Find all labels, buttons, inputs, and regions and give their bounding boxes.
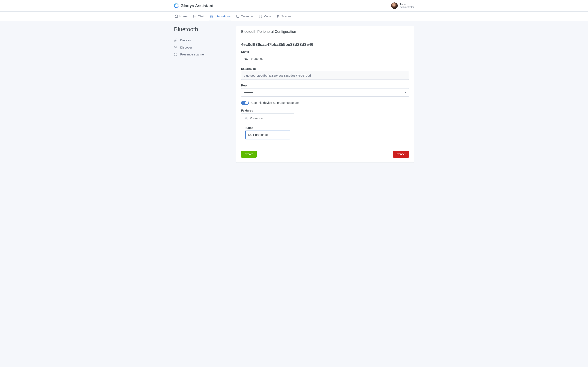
svg-rect-1 — [212, 15, 213, 16]
nav-scenes-label: Scenes — [281, 15, 292, 18]
page-title: Bluetooth — [174, 26, 231, 33]
presence-toggle-label: Use this device as presence sensor — [251, 101, 300, 104]
presence-toggle[interactable] — [241, 101, 249, 105]
feature-card: Presence Name — [241, 113, 294, 144]
card-title: Bluetooth Peripheral Configuration — [236, 26, 414, 37]
nav-chat-label: Chat — [198, 15, 204, 18]
user-role: Administrator — [399, 6, 414, 8]
nav-home-label: Home — [179, 15, 187, 18]
external-id-input — [241, 72, 409, 80]
main-nav: Home Chat Integrations Calendar Maps Sce… — [0, 12, 588, 21]
svg-marker-11 — [277, 15, 279, 17]
chat-icon — [193, 15, 196, 18]
sidebar-item-presence-scanner[interactable]: Presence scanner — [174, 51, 231, 58]
main-content: Bluetooth Devices Discover Presence scan… — [0, 21, 588, 167]
svg-point-13 — [175, 54, 176, 55]
user-name: Tony — [399, 3, 414, 6]
avatar — [391, 2, 398, 9]
features-label: Features — [241, 109, 409, 112]
nav-maps-label: Maps — [264, 15, 271, 18]
link-icon — [174, 39, 177, 42]
feature-header: Presence — [241, 114, 294, 123]
nav-integrations[interactable]: Integrations — [209, 12, 231, 21]
user-meta: Tony Administrator — [399, 3, 414, 9]
nav-maps[interactable]: Maps — [258, 12, 272, 21]
play-icon — [277, 15, 280, 18]
svg-rect-4 — [237, 15, 239, 17]
external-id-label: External ID — [241, 67, 409, 70]
sidebar: Bluetooth Devices Discover Presence scan… — [174, 26, 231, 163]
sidebar-item-discover[interactable]: Discover — [174, 44, 231, 51]
feature-name-input[interactable] — [245, 131, 290, 139]
nav-calendar-label: Calendar — [241, 15, 253, 18]
grid-icon — [210, 15, 213, 18]
calendar-icon — [236, 15, 240, 18]
user-menu[interactable]: Tony Administrator — [391, 2, 414, 9]
svg-point-14 — [245, 117, 246, 118]
room-select[interactable]: --------- — [241, 88, 409, 97]
sidebar-item-label: Presence scanner — [180, 53, 205, 56]
svg-rect-0 — [210, 15, 211, 16]
nav-chat[interactable]: Chat — [192, 12, 205, 21]
cancel-button[interactable]: Cancel — [393, 151, 409, 158]
map-icon — [259, 15, 262, 18]
svg-rect-3 — [210, 16, 211, 17]
users-icon — [245, 117, 248, 120]
svg-marker-8 — [259, 15, 262, 17]
brand-name: Gladys Assistant — [181, 3, 214, 8]
nav-integrations-label: Integrations — [215, 15, 231, 18]
svg-rect-2 — [212, 16, 213, 17]
toggle-knob — [245, 101, 249, 104]
svg-point-12 — [175, 47, 176, 48]
config-card: Bluetooth Peripheral Configuration 4ec0d… — [236, 26, 414, 163]
sidebar-item-label: Devices — [180, 39, 191, 42]
nav-scenes[interactable]: Scenes — [276, 12, 292, 21]
gear-icon — [174, 53, 177, 56]
radio-icon — [174, 46, 177, 49]
feature-name-label: Name — [245, 126, 290, 129]
brand-link[interactable]: Gladys Assistant — [174, 3, 214, 8]
brand-logo-icon — [174, 3, 179, 8]
home-icon — [175, 15, 178, 18]
name-input[interactable] — [241, 55, 409, 63]
device-id: 4ec0dff36cac47bba358be33d23d3e46 — [241, 42, 409, 47]
room-label: Room — [241, 84, 409, 87]
sidebar-item-devices[interactable]: Devices — [174, 37, 231, 44]
nav-home[interactable]: Home — [174, 12, 188, 21]
feature-title: Presence — [250, 117, 263, 120]
sidebar-item-label: Discover — [180, 46, 192, 49]
top-header: Gladys Assistant Tony Administrator — [0, 0, 588, 12]
create-button[interactable]: Create — [241, 151, 257, 158]
name-label: Name — [241, 50, 409, 53]
nav-calendar[interactable]: Calendar — [235, 12, 254, 21]
